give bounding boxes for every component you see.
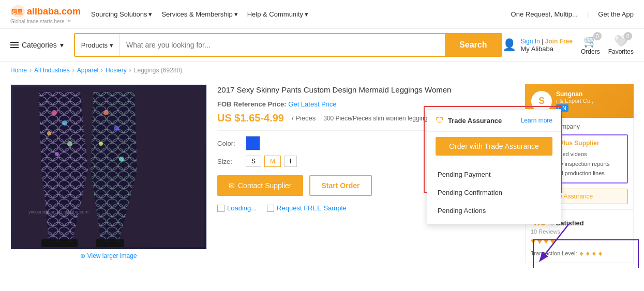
- person-icon: 👤: [502, 38, 516, 52]
- learn-more-link[interactable]: Learn more: [521, 117, 552, 124]
- size-s[interactable]: S: [246, 156, 261, 167]
- sign-in-link[interactable]: Sign In: [520, 38, 540, 45]
- favorites-badge: 0: [624, 32, 632, 40]
- product-image: yiwusungnan.en.alibaba.com: [11, 85, 206, 249]
- nav-sourcing[interactable]: Sourcing Solutions ▾: [91, 10, 152, 18]
- search-button[interactable]: Search: [445, 34, 501, 56]
- categories-button[interactable]: Categories ▾: [10, 41, 64, 49]
- trade-assurance-label: Trade Assurance: [448, 117, 502, 125]
- cart-icon: 🛒 0: [583, 35, 597, 48]
- chevron-down-icon: ▾: [305, 10, 308, 18]
- svg-point-11: [47, 131, 51, 135]
- breadcrumb-current: Leggings (69288): [134, 67, 182, 74]
- main-content: yiwusungnan.en.alibaba.com ⊕ View larger…: [0, 79, 644, 268]
- trade-assurance-row: 🛡 Trade Assurance: [436, 116, 502, 125]
- logo[interactable]: 阿里 alibaba.com Global trade starts here.…: [10, 4, 81, 24]
- supplier-name: Sungnan: [556, 90, 593, 98]
- alibaba-icon: 阿里: [10, 4, 26, 19]
- top-nav-right: One Request, Multip... | Get the App: [511, 10, 634, 18]
- top-nav-left: 阿里 alibaba.com Global trade starts here.…: [10, 4, 308, 24]
- svg-rect-18: [41, 239, 78, 247]
- nav-help[interactable]: Help & Community ▾: [247, 10, 308, 18]
- view-larger-link[interactable]: ⊕ View larger image: [10, 252, 207, 259]
- dropdown-header: 🛡 Trade Assurance Learn more: [427, 110, 561, 132]
- chevron-down-icon: ▾: [148, 10, 152, 18]
- product-price: US $1.65-4.99: [217, 112, 284, 124]
- orders-badge: 0: [593, 32, 602, 40]
- top-nav: 阿里 alibaba.com Global trade starts here.…: [0, 0, 644, 29]
- breadcrumb-apparel[interactable]: Apparel: [77, 67, 98, 74]
- orders-label: Orders: [581, 48, 600, 55]
- diamond-2: ♦: [586, 249, 590, 257]
- dropdown-menu: 🛡 Trade Assurance Learn more Order with …: [427, 109, 561, 224]
- svg-point-10: [62, 120, 67, 126]
- sample-link[interactable]: Request FREE Sample: [267, 204, 346, 212]
- join-free-link[interactable]: Join Free: [545, 38, 573, 45]
- fob-price: FOB Reference Price: Get Latest Price: [217, 100, 515, 108]
- trade-icon: 🛡: [436, 116, 444, 125]
- diamond-4: ♦: [598, 249, 602, 257]
- svg-point-14: [103, 110, 109, 115]
- loading-link[interactable]: Loading...: [217, 204, 257, 212]
- dropdown-items: Pending Payment Pending Confirmation Pen…: [427, 161, 561, 224]
- dropdown-item-payment[interactable]: Pending Payment: [427, 165, 561, 183]
- breadcrumb-all-industries[interactable]: All Industries: [34, 67, 70, 74]
- sign-in-area[interactable]: 👤 Sign In | Join Free My Alibaba: [502, 38, 573, 53]
- reviews-text: 10 Reviews: [531, 228, 628, 235]
- chevron-down-icon: ▾: [110, 41, 113, 49]
- nav-services[interactable]: Services & Membership ▾: [161, 10, 237, 18]
- favorites-area[interactable]: 🤍 0 Favorites: [608, 35, 634, 55]
- star-3: ♥: [544, 237, 549, 246]
- heart-icon: 🤍 0: [614, 35, 628, 48]
- contact-supplier-button[interactable]: ✉ Contact Supplier: [217, 175, 303, 196]
- get-app-link[interactable]: Get the App: [598, 10, 634, 18]
- orders-area[interactable]: 🛒 0 Orders: [581, 35, 600, 55]
- diamond-1: ♦: [579, 249, 583, 257]
- supplier-avatar: S: [531, 91, 552, 112]
- svg-rect-19: [96, 239, 124, 247]
- product-image-container: yiwusungnan.en.alibaba.com: [10, 84, 207, 250]
- search-row: Categories ▾ Products ▾ Search 👤 Sign In…: [0, 29, 644, 62]
- size-m[interactable]: M: [264, 156, 281, 167]
- logo-sub: Global trade starts here.™: [10, 19, 71, 24]
- products-dropdown[interactable]: Products ▾: [75, 34, 120, 56]
- product-leggings-svg: yiwusungnan.en.alibaba.com: [13, 87, 204, 247]
- my-alibaba-link[interactable]: My Alibaba: [520, 45, 553, 53]
- checkbox-icon: [267, 205, 274, 212]
- product-image-section: yiwusungnan.en.alibaba.com ⊕ View larger…: [10, 84, 207, 263]
- breadcrumb-hosiery[interactable]: Hosiery: [106, 67, 127, 74]
- product-title: 2017 Sexy Skinny Pants Custom Design Mer…: [217, 84, 515, 95]
- favorites-label: Favorites: [608, 48, 634, 55]
- size-l[interactable]: l: [284, 156, 297, 167]
- dropdown-item-actions[interactable]: Pending Actions: [427, 202, 561, 220]
- supplier-sub: r & Export Co.,: [556, 98, 593, 104]
- search-container: Products ▾ Search: [74, 33, 503, 57]
- star-1: ♥: [531, 237, 536, 246]
- svg-point-9: [52, 110, 57, 115]
- breadcrumb: Home › All Industries › Apparel › Hosier…: [0, 62, 644, 79]
- diamond-3: ♦: [592, 249, 596, 257]
- svg-point-15: [114, 126, 119, 131]
- svg-point-13: [55, 152, 59, 156]
- chevron-down-icon: ▾: [60, 41, 64, 49]
- hamburger-icon: [10, 42, 19, 48]
- start-order-button[interactable]: Start Order: [309, 175, 372, 196]
- search-input[interactable]: [120, 34, 445, 56]
- nav-links: Sourcing Solutions ▾ Services & Membersh…: [91, 10, 308, 18]
- breadcrumb-home[interactable]: Home: [10, 67, 27, 74]
- color-swatch[interactable]: [246, 136, 260, 150]
- one-request-link[interactable]: One Request, Multip...: [511, 10, 578, 18]
- svg-point-16: [99, 142, 103, 146]
- header-right: 👤 Sign In | Join Free My Alibaba 🛒 0 Ord…: [502, 35, 634, 55]
- get-latest-price-link[interactable]: Get Latest Price: [288, 100, 336, 108]
- order-trade-assurance-button[interactable]: Order with Trade Assurance: [436, 137, 552, 156]
- svg-text:yiwusungnan.en.alibaba.com: yiwusungnan.en.alibaba.com: [28, 209, 88, 215]
- size-options: S M l: [246, 156, 297, 167]
- checkbox-icon: [217, 205, 224, 212]
- svg-point-12: [67, 141, 72, 146]
- price-unit: / Pieces: [292, 114, 316, 122]
- logo-text: alibaba.com: [27, 6, 81, 17]
- svg-text:阿里: 阿里: [11, 9, 23, 15]
- dropdown-item-confirmation[interactable]: Pending Confirmation: [427, 183, 561, 202]
- transaction-level: Transaction Level: ♦ ♦ ♦ ♦: [531, 249, 628, 257]
